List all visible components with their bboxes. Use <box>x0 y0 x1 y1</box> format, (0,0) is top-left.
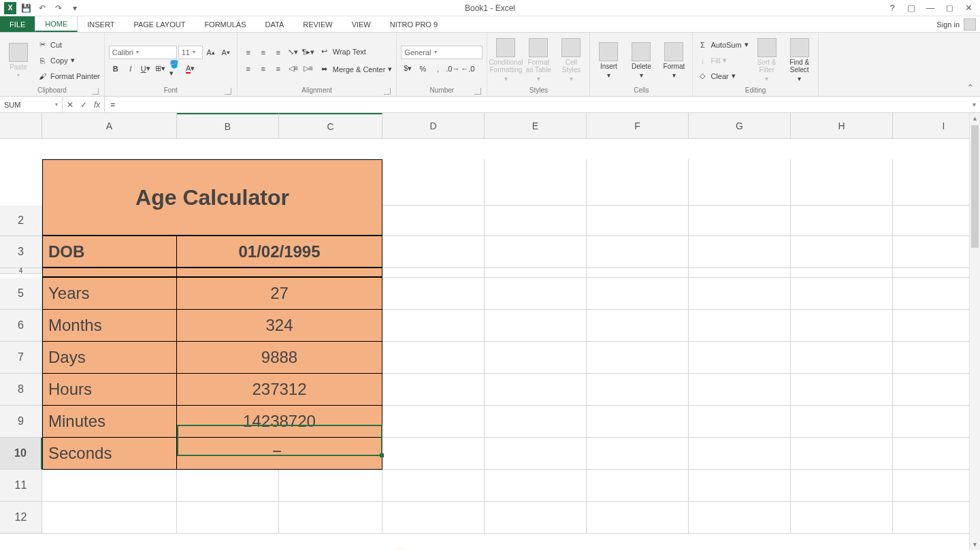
row-header-2[interactable]: 2 <box>0 206 42 236</box>
spreadsheet-grid[interactable]: A B C D E F G H I 1 Age Calculator 2 3 D… <box>0 113 980 550</box>
name-box[interactable]: SUM▾ <box>0 97 63 112</box>
row-header-5[interactable]: 5 <box>0 278 42 310</box>
scroll-up-icon[interactable]: ▲ <box>970 113 980 124</box>
cell-title[interactable]: Age Calculator <box>42 159 382 236</box>
orientation-button[interactable]: ⤡▾ <box>287 46 300 59</box>
underline-button[interactable]: U▾ <box>139 62 152 76</box>
find-select-button[interactable]: Find & Select▾ <box>785 35 814 85</box>
number-dialog-launcher[interactable] <box>474 88 481 95</box>
col-header-a[interactable]: A <box>42 113 177 139</box>
cell-years-label[interactable]: Years <box>42 278 177 310</box>
insert-cells-button[interactable]: Insert▾ <box>594 35 623 85</box>
tab-review[interactable]: REVIEW <box>293 16 342 32</box>
clipboard-dialog-launcher[interactable] <box>92 88 99 95</box>
font-color-button[interactable]: A▾ <box>184 62 197 76</box>
align-left[interactable]: ≡ <box>242 62 255 76</box>
sort-filter-button[interactable]: Sort & Filter▾ <box>753 35 781 85</box>
conditional-formatting-button[interactable]: Conditional Formatting▾ <box>491 35 520 85</box>
font-size-combo[interactable]: 11▾ <box>178 46 203 59</box>
cell-days-label[interactable]: Days <box>42 342 177 374</box>
tab-nitro[interactable]: NITRO PRO 9 <box>380 16 447 32</box>
tab-view[interactable]: VIEW <box>342 16 380 32</box>
cell-minutes-label[interactable]: Minutes <box>42 406 177 438</box>
col-header-f[interactable]: F <box>587 113 689 139</box>
col-header-c[interactable]: C <box>279 113 382 139</box>
clear-button[interactable]: ◇Clear ▾ <box>697 69 748 84</box>
maximize-button[interactable]: ◻ <box>943 2 956 14</box>
col-header-h[interactable]: H <box>791 113 893 139</box>
comma-button[interactable]: , <box>431 62 444 76</box>
shrink-font-button[interactable]: A▾ <box>219 46 233 59</box>
select-all-corner[interactable] <box>0 113 42 139</box>
cell-hours-value[interactable]: 237312 <box>177 374 382 406</box>
align-bottom[interactable]: ≡ <box>272 46 285 59</box>
wrap-text-button[interactable]: ↩Wrap Text <box>319 44 393 59</box>
ltr-button[interactable]: ¶▸▾ <box>301 46 315 59</box>
row-header-12[interactable]: 12 <box>0 502 42 534</box>
alignment-dialog-launcher[interactable] <box>384 88 391 95</box>
row-header-7[interactable]: 7 <box>0 342 42 374</box>
align-top[interactable]: ≡ <box>242 46 255 59</box>
grow-font-button[interactable]: A▴ <box>204 46 218 59</box>
row-header-11[interactable]: 11 <box>0 470 42 502</box>
formula-expand[interactable]: ▾ <box>968 101 980 108</box>
collapse-ribbon-icon[interactable]: ⌃ <box>966 82 975 93</box>
col-header-i[interactable]: I <box>893 113 980 139</box>
qat-redo[interactable]: ↷ <box>52 1 65 15</box>
cell-minutes-value[interactable]: 14238720 <box>177 406 382 438</box>
inc-decimal[interactable]: .0→ <box>446 62 459 76</box>
fill-color-button[interactable]: 🪣▾ <box>169 62 182 76</box>
format-table-button[interactable]: Format as Table▾ <box>524 35 553 85</box>
row-header-8[interactable]: 8 <box>0 374 42 406</box>
close-button[interactable]: ✕ <box>962 2 975 14</box>
formula-cancel[interactable]: ✕ <box>67 100 74 110</box>
col-header-b[interactable]: B <box>177 113 279 139</box>
currency-button[interactable]: $▾ <box>401 62 414 76</box>
qat-undo[interactable]: ↶ <box>35 1 49 15</box>
row-header-6[interactable]: 6 <box>0 310 42 342</box>
qat-customize[interactable]: ▾ <box>68 1 82 15</box>
row-header-3[interactable]: 3 <box>0 236 42 268</box>
cell-dob-value[interactable]: 01/02/1995 <box>177 236 382 268</box>
align-center[interactable]: ≡ <box>257 62 270 76</box>
minimize-button[interactable]: — <box>924 2 936 14</box>
format-painter-button[interactable]: 🖌Format Painter <box>37 69 100 84</box>
inc-indent[interactable]: ▷≡ <box>301 62 315 76</box>
tab-data[interactable]: DATA <box>256 16 294 32</box>
percent-button[interactable]: % <box>416 62 429 76</box>
fill-button[interactable]: ↓Fill ▾ <box>697 53 748 68</box>
scroll-down-icon[interactable]: ▼ <box>970 539 980 550</box>
paste-button[interactable]: Paste ▾ <box>4 35 33 85</box>
autosum-button[interactable]: ΣAutoSum ▾ <box>697 37 748 52</box>
signin-link[interactable]: Sign in <box>932 16 980 32</box>
cell-days-value[interactable]: 9888 <box>177 342 382 374</box>
bold-button[interactable]: B <box>109 62 122 76</box>
row-header-9[interactable]: 9 <box>0 406 42 438</box>
fx-button[interactable]: fx <box>94 100 100 110</box>
merge-center-button[interactable]: ⬌Merge & Center ▾ <box>319 62 393 77</box>
borders-button[interactable]: ⊞▾ <box>154 62 167 76</box>
italic-button[interactable]: I <box>124 62 137 76</box>
col-header-g[interactable]: G <box>689 113 791 139</box>
vertical-scrollbar[interactable]: ▲ ▼ <box>969 113 980 550</box>
tab-home[interactable]: HOME <box>35 16 78 32</box>
cell-years-value[interactable]: 27 <box>177 278 382 310</box>
align-middle[interactable]: ≡ <box>257 46 270 59</box>
col-header-d[interactable]: D <box>382 113 485 139</box>
help-button[interactable]: ? <box>886 2 898 14</box>
scroll-thumb[interactable] <box>971 125 979 248</box>
dec-indent[interactable]: ◁≡ <box>287 62 300 76</box>
align-right[interactable]: ≡ <box>272 62 285 76</box>
cut-button[interactable]: ✂Cut <box>37 37 100 52</box>
formula-enter[interactable]: ✓ <box>80 100 87 110</box>
ribbon-options[interactable]: ▢ <box>905 2 917 14</box>
tab-page-layout[interactable]: PAGE LAYOUT <box>124 16 195 32</box>
cell-seconds-label[interactable]: Seconds <box>42 438 177 470</box>
format-cells-button[interactable]: Format▾ <box>659 35 688 85</box>
tab-insert[interactable]: INSERT <box>78 16 124 32</box>
cell-seconds-value[interactable]: = <box>177 438 382 470</box>
cell-hours-label[interactable]: Hours <box>42 374 177 406</box>
cell-styles-button[interactable]: Cell Styles▾ <box>557 35 585 85</box>
font-name-combo[interactable]: Calibri▾ <box>109 46 177 59</box>
number-format-combo[interactable]: General▾ <box>401 46 483 59</box>
